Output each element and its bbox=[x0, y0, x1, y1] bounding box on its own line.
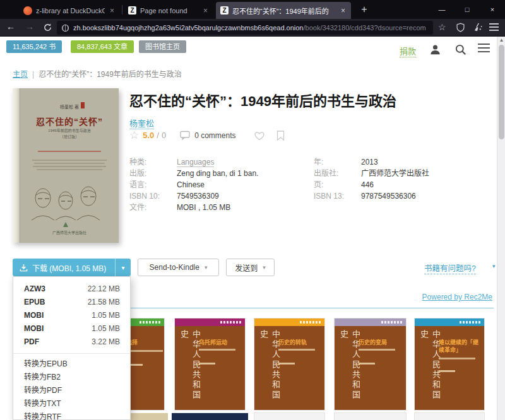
breadcrumb-separator: | bbox=[32, 70, 34, 79]
send-to-label: 发送到 bbox=[235, 262, 258, 273]
convert-to-pdf-option[interactable]: 转换为PDF bbox=[13, 384, 130, 397]
browser-menu-icon[interactable] bbox=[489, 23, 505, 32]
user-profile-icon[interactable] bbox=[429, 44, 441, 55]
url-bar[interactable]: zh.bookszlibb74ugqojhzhg2a63w5i2atv5bqar… bbox=[57, 21, 433, 35]
new-tab-button[interactable]: + bbox=[357, 4, 371, 15]
send-to-kindle-label: Send-to-Kindle bbox=[150, 263, 199, 272]
window-minimize-button[interactable]: — bbox=[429, 0, 454, 19]
meta-row-isbn13: ISBN 13:9787549536306 bbox=[314, 190, 429, 202]
rating-star-icon[interactable]: ☆ bbox=[129, 129, 139, 142]
download-icon bbox=[20, 264, 28, 272]
dropdown-separator bbox=[13, 353, 130, 354]
rating-divider: / bbox=[157, 131, 159, 140]
tab-close-icon[interactable]: × bbox=[109, 6, 116, 15]
recommended-row2-book-4[interactable] bbox=[335, 413, 406, 420]
recommended-title: 历史的变局 bbox=[359, 339, 401, 346]
recommended-row2-book-5[interactable] bbox=[415, 413, 484, 420]
url-text: zh.bookszlibb74ugqojhzhg2a63w5i2atv5bqar… bbox=[73, 24, 426, 32]
breadcrumb-current: 忍不住的“关怀”：1949年前后的书生与政治 bbox=[39, 70, 182, 79]
cover-author-line bbox=[199, 363, 215, 365]
cover-title: 忍不住的“关怀” bbox=[20, 115, 119, 127]
zlibrary-book-page: 11,635,242 书 84,837,643 文章 图书馆主页 捐款 主页|忍… bbox=[0, 37, 505, 420]
book-cover[interactable]: 杨奎松 著 忍不住的“关怀” 1949年前后的书生与政治 〔增订版〕 bbox=[13, 88, 119, 243]
book-author-link[interactable]: 杨奎松 bbox=[129, 117, 154, 129]
cover-paragraph-lines bbox=[32, 158, 107, 172]
shield-icon[interactable] bbox=[456, 23, 465, 32]
recommended-row2-book-3[interactable] bbox=[254, 413, 324, 420]
donate-link[interactable]: 捐款 bbox=[400, 45, 416, 57]
cover-author-line bbox=[359, 363, 375, 365]
tab-page-not-found[interactable]: Z Page not found × bbox=[124, 2, 213, 19]
format-option-pdf[interactable]: PDF3.22 MB bbox=[13, 335, 130, 349]
convert-to-epub-option[interactable]: 转换为EPUB bbox=[13, 358, 130, 371]
cover-series-bar bbox=[254, 318, 324, 326]
format-option-mobi-1[interactable]: MOBI1.05 MB bbox=[13, 309, 130, 322]
scrollbar-up-arrow[interactable]: ▲ bbox=[497, 37, 505, 43]
save-bookmark-icon[interactable] bbox=[276, 131, 285, 141]
convert-to-fb2-option[interactable]: 转换为FB2 bbox=[13, 371, 130, 384]
tab-close-icon[interactable]: × bbox=[340, 6, 347, 15]
meta-row-publisher: 出版社:广西师范大学出版社 bbox=[314, 168, 429, 179]
report-caret-icon: ▾ bbox=[492, 263, 496, 269]
library-home-badge[interactable]: 图书馆主页 bbox=[139, 40, 186, 53]
page-scrollbar[interactable]: ▲ bbox=[497, 37, 505, 420]
recommended-title: 选择 bbox=[126, 339, 164, 346]
onion-site-icon[interactable] bbox=[61, 24, 69, 32]
send-to-kindle-button[interactable]: Send-to-Kindle▾ bbox=[138, 259, 219, 276]
cover-author-line: 杨奎松 著 bbox=[20, 103, 119, 110]
window-close-button[interactable]: × bbox=[480, 0, 505, 19]
forward-button[interactable]: → bbox=[23, 21, 37, 32]
reload-icon[interactable] bbox=[43, 23, 52, 32]
recommended-row2-book-2[interactable] bbox=[172, 413, 248, 420]
browser-toolbar: ← → zh.bookszlibb74ugqojhzhg2a63w5i2atv5… bbox=[0, 19, 505, 37]
rating-value: 5.0 bbox=[143, 131, 154, 140]
recommended-book-3[interactable]: 中华人民共和国史 历史的转轨 bbox=[254, 318, 324, 410]
meta-row-category: 种类:Languages bbox=[129, 156, 258, 168]
window-maximize-button[interactable]: □ bbox=[454, 0, 480, 19]
url-host: zh.bookszlibb74ugqojhzhg2a63w5i2atv5bqar… bbox=[73, 24, 304, 32]
bookmark-star-icon[interactable]: ☆ bbox=[438, 22, 446, 32]
report-book-problem-link[interactable]: 书籍有问题吗? bbox=[424, 262, 476, 274]
download-options-caret[interactable]: ▾ bbox=[115, 259, 131, 276]
comments-icon[interactable] bbox=[180, 131, 190, 140]
cover-subtitle-line bbox=[359, 349, 395, 351]
window-controls: — □ × bbox=[429, 0, 505, 19]
cover-subtitle-line bbox=[439, 358, 475, 359]
back-button[interactable]: ← bbox=[4, 21, 18, 32]
format-option-epub[interactable]: EPUB21.58 MB bbox=[13, 296, 130, 309]
recommended-row2-book-1[interactable] bbox=[126, 413, 168, 420]
tab-close-icon[interactable]: × bbox=[202, 6, 209, 15]
tab-duckduckgo[interactable]: z-library at DuckDuckGo × bbox=[19, 2, 120, 19]
recommended-book-2[interactable]: 中华人民共和国史 乌托邦运动 bbox=[175, 318, 245, 410]
format-option-mobi-2[interactable]: MOBI1.05 MB bbox=[13, 322, 130, 335]
books-count-badge[interactable]: 11,635,242 书 bbox=[6, 40, 62, 53]
format-option-azw3[interactable]: AZW322.12 MB bbox=[13, 283, 130, 296]
search-icon[interactable] bbox=[454, 44, 466, 55]
tab-book-page-active[interactable]: Z 忍不住的“关怀”：1949年前后的 × bbox=[216, 2, 351, 19]
breadcrumb-home-link[interactable]: 主页 bbox=[13, 70, 28, 79]
scrollbar-thumb[interactable] bbox=[499, 45, 504, 139]
convert-to-rtf-option[interactable]: 转换为RTF bbox=[13, 411, 130, 420]
cover-seal bbox=[81, 102, 85, 108]
recommended-book-4[interactable]: 中华人民共和国史 历史的变局 bbox=[335, 318, 406, 410]
convert-to-txt-option[interactable]: 转换为TXT bbox=[13, 397, 130, 411]
broom-cleaner-icon[interactable] bbox=[472, 22, 483, 33]
cover-portraits-sketch bbox=[24, 182, 107, 221]
tab-separator bbox=[122, 5, 122, 15]
send-to-caret-icon: ▾ bbox=[263, 264, 266, 271]
cover-author-line bbox=[278, 363, 295, 365]
duckduckgo-favicon bbox=[23, 6, 32, 15]
recommended-title: 乌托邦运动 bbox=[199, 339, 242, 346]
favorite-heart-icon[interactable] bbox=[254, 131, 265, 141]
site-menu-icon[interactable] bbox=[478, 44, 490, 53]
comments-count-label[interactable]: 0 comments bbox=[194, 131, 235, 140]
download-format-dropdown: AZW322.12 MB EPUB21.58 MB MOBI1.05 MB MO… bbox=[13, 276, 131, 420]
send-to-button[interactable]: 发送到▾ bbox=[226, 259, 275, 276]
cover-publisher: 广西师范大学出版社 bbox=[20, 230, 119, 235]
download-button[interactable]: 下载 (MOBI, 1.05 MB) bbox=[13, 259, 115, 276]
recommended-book-5[interactable]: 中华人民共和国史 难以继续的「继续革命」 bbox=[415, 318, 484, 410]
articles-count-badge[interactable]: 84,837,643 文章 bbox=[71, 40, 134, 53]
category-link[interactable]: Languages bbox=[177, 158, 214, 167]
meta-row-edition: 出版:Zeng ding ban, di 1 ban. bbox=[129, 168, 258, 179]
powered-by-rec2me-link[interactable]: Powered by Rec2Me bbox=[422, 293, 492, 301]
